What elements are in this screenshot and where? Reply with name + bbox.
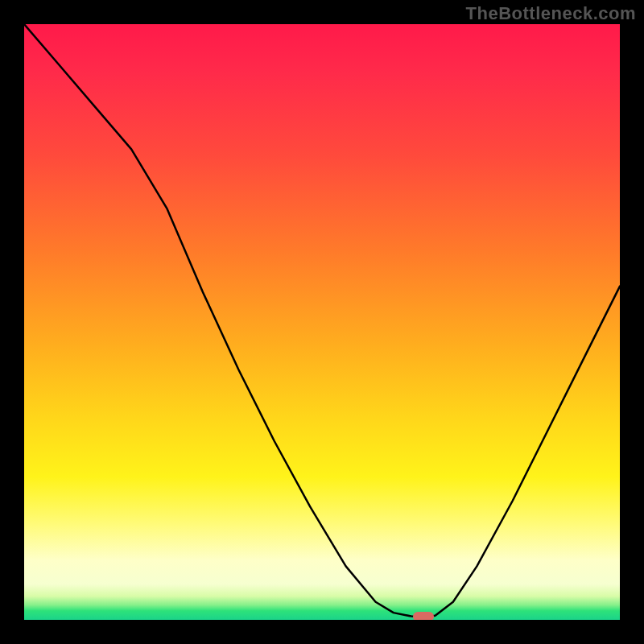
watermark-text: TheBottleneck.com (466, 3, 636, 24)
plot-area (24, 24, 620, 620)
chart-frame: TheBottleneck.com (0, 0, 644, 644)
optimal-point-marker (413, 612, 434, 620)
bottleneck-curve (24, 24, 620, 620)
